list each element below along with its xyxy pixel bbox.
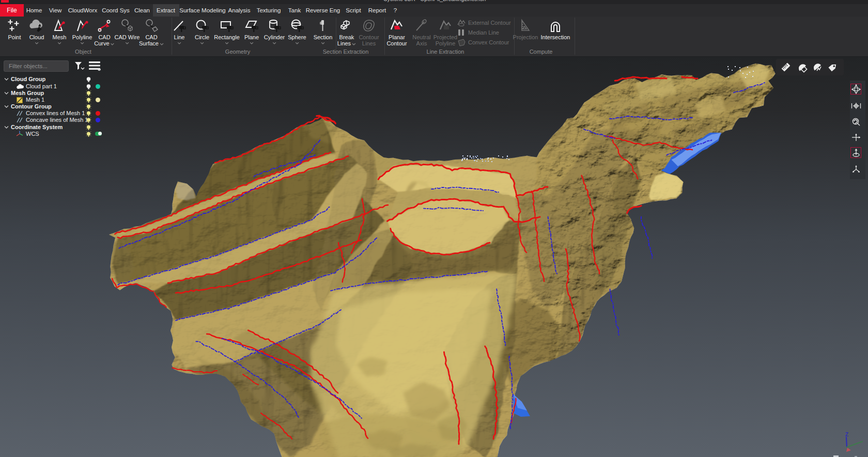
- svg-text:Z: Z: [845, 431, 849, 437]
